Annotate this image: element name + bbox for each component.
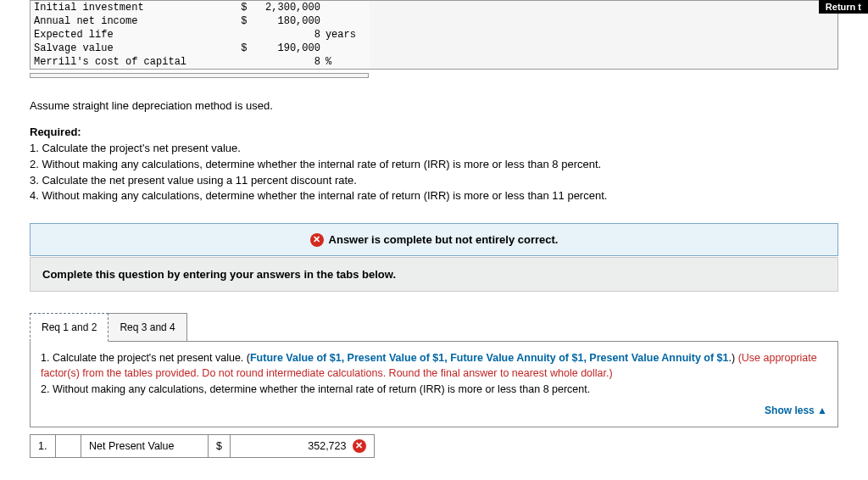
- assumption-text: Assume straight line depreciation method…: [30, 99, 838, 112]
- q1-suffix: .): [729, 352, 738, 364]
- required-section: Required: 1. Calculate the project's net…: [30, 125, 838, 204]
- instruction-box: Complete this question by entering your …: [30, 257, 838, 292]
- link-pva-1[interactable]: Present Value Annuity of $1: [589, 352, 728, 364]
- fact-suffix: years: [324, 28, 370, 42]
- fact-value: 2,300,000: [250, 1, 323, 14]
- table-row: 1. Net Present Value $ 352,723 ✕: [31, 434, 375, 457]
- link-fva-1[interactable]: Future Value Annuity of $1: [450, 352, 583, 364]
- fact-suffix: %: [324, 55, 370, 69]
- q1-text: 1. Calculate the project's net present v…: [41, 352, 250, 364]
- table-row: Initial investment$2,300,000: [31, 1, 370, 14]
- required-heading: Required:: [30, 125, 838, 141]
- dollar-sign: $: [232, 14, 251, 28]
- fact-suffix: [324, 1, 370, 14]
- tab-req-3-4[interactable]: Req 3 and 4: [108, 313, 186, 342]
- fact-label: Annual net income: [31, 14, 232, 28]
- chevron-up-icon: ▲: [817, 405, 827, 416]
- fact-value: 190,000: [250, 42, 323, 55]
- fact-value: 8: [250, 55, 323, 69]
- x-circle-icon: ✕: [353, 439, 366, 453]
- tab-strip: Req 1 and 2 Req 3 and 4: [30, 313, 838, 342]
- table-row: Merrill's cost of capital8%: [31, 55, 370, 69]
- dollar-sign: $: [232, 1, 251, 14]
- tab-req-1-2[interactable]: Req 1 and 2: [30, 313, 108, 342]
- required-item: 3. Calculate the net present value using…: [30, 173, 838, 189]
- required-item: 1. Calculate the project's net present v…: [30, 141, 838, 157]
- fact-value: 8: [250, 28, 323, 42]
- fact-suffix: [324, 42, 370, 55]
- fact-suffix: [324, 14, 370, 28]
- table-row: Annual net income$180,000: [31, 14, 370, 28]
- show-less-toggle[interactable]: Show less ▲: [41, 398, 827, 418]
- required-item: 2. Without making any calculations, dete…: [30, 157, 838, 173]
- row-number: 1.: [31, 434, 56, 457]
- answer-value-cell[interactable]: 352,723 ✕: [230, 434, 374, 457]
- answer-table: 1. Net Present Value $ 352,723 ✕: [30, 434, 375, 458]
- return-link[interactable]: Return t: [819, 0, 868, 14]
- dollar-sign: [232, 28, 251, 42]
- fact-label: Initial investment: [31, 1, 232, 14]
- status-text: Answer is complete but not entirely corr…: [329, 233, 559, 246]
- table-footer-bar: [30, 73, 369, 78]
- status-banner: ✕ Answer is complete but not entirely co…: [30, 223, 838, 256]
- link-pv-1[interactable]: Present Value of $1: [348, 352, 445, 364]
- table-row: Expected life8 years: [31, 28, 370, 42]
- table-row: Salvage value$190,000: [31, 42, 370, 55]
- sep: ,: [342, 352, 348, 364]
- fact-value: 180,000: [250, 14, 323, 28]
- empty-cell: [56, 434, 81, 457]
- fact-label: Expected life: [31, 28, 232, 42]
- fact-label: Merrill's cost of capital: [31, 55, 232, 69]
- answer-label: Net Present Value: [81, 434, 209, 457]
- link-fv-1[interactable]: Future Value of $1: [250, 352, 342, 364]
- dollar-cell: $: [209, 434, 231, 457]
- tab-content: 1. Calculate the project's net present v…: [30, 341, 838, 427]
- dollar-sign: $: [232, 42, 251, 55]
- dollar-sign: [232, 55, 251, 69]
- q2-text: 2. Without making any calculations, dete…: [41, 383, 590, 395]
- x-circle-icon: ✕: [310, 233, 324, 247]
- required-item: 4. Without making any calculations, dete…: [30, 188, 838, 204]
- fact-label: Salvage value: [31, 42, 232, 55]
- given-data-table: Initial investment$2,300,000 Annual net …: [30, 0, 838, 70]
